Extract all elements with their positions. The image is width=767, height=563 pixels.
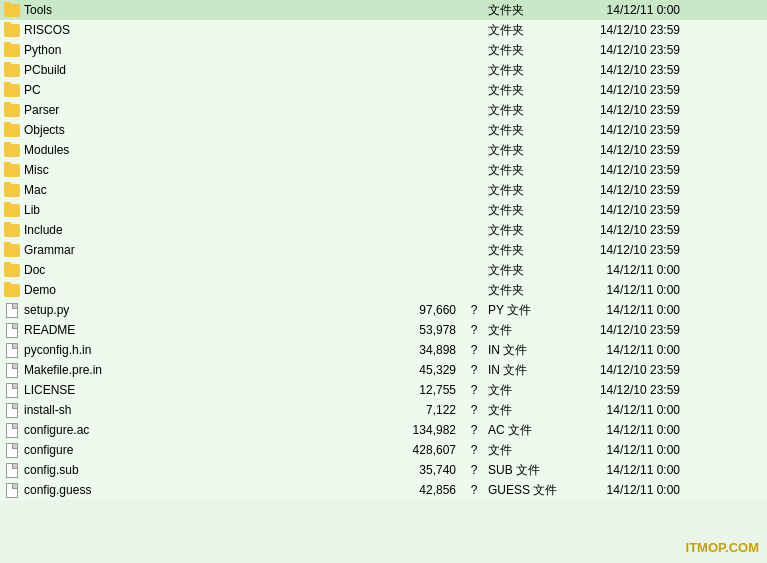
file-name-label: PCbuild <box>24 63 66 77</box>
folder-icon <box>4 22 20 38</box>
file-name-label: Python <box>24 43 61 57</box>
file-date: 14/12/11 0:00 <box>564 3 684 17</box>
file-name-label: Mac <box>24 183 47 197</box>
file-name-label: PC <box>24 83 41 97</box>
file-type: 文件夹 <box>484 282 564 299</box>
file-size: 12,755 <box>374 383 464 397</box>
file-date: 14/12/10 23:59 <box>564 23 684 37</box>
table-row[interactable]: Modules文件夹14/12/10 23:59 <box>0 140 767 160</box>
table-row[interactable]: Lib文件夹14/12/10 23:59 <box>0 200 767 220</box>
table-row[interactable]: Makefile.pre.in45,329?IN 文件14/12/10 23:5… <box>0 360 767 380</box>
table-row[interactable]: config.guess42,856?GUESS 文件14/12/11 0:00 <box>0 480 767 500</box>
file-date: 14/12/10 23:59 <box>564 63 684 77</box>
file-icon <box>4 462 20 478</box>
table-row[interactable]: configure428,607?文件14/12/11 0:00 <box>0 440 767 460</box>
folder-icon <box>4 142 20 158</box>
file-size: 428,607 <box>374 443 464 457</box>
file-size: 7,122 <box>374 403 464 417</box>
file-type: 文件夹 <box>484 242 564 259</box>
folder-icon <box>4 62 20 78</box>
file-name-label: config.guess <box>24 483 91 497</box>
table-row[interactable]: Include文件夹14/12/10 23:59 <box>0 220 767 240</box>
file-name-label: README <box>24 323 75 337</box>
file-date: 14/12/10 23:59 <box>564 243 684 257</box>
file-icon <box>4 382 20 398</box>
table-row[interactable]: pyconfig.h.in34,898?IN 文件14/12/11 0:00 <box>0 340 767 360</box>
file-icon <box>4 322 20 338</box>
table-row[interactable]: Doc文件夹14/12/11 0:00 <box>0 260 767 280</box>
table-row[interactable]: PC文件夹14/12/10 23:59 <box>0 80 767 100</box>
file-date: 14/12/11 0:00 <box>564 423 684 437</box>
file-date: 14/12/11 0:00 <box>564 403 684 417</box>
file-type: 文件夹 <box>484 262 564 279</box>
file-attr: ? <box>464 403 484 417</box>
table-row[interactable]: PCbuild文件夹14/12/10 23:59 <box>0 60 767 80</box>
file-date: 14/12/10 23:59 <box>564 143 684 157</box>
file-attr: ? <box>464 323 484 337</box>
file-name-label: Lib <box>24 203 40 217</box>
file-name-label: Tools <box>24 3 52 17</box>
file-name-label: RISCOS <box>24 23 70 37</box>
file-date: 14/12/10 23:59 <box>564 43 684 57</box>
table-row[interactable]: Misc文件夹14/12/10 23:59 <box>0 160 767 180</box>
table-row[interactable]: Tools文件夹14/12/11 0:00 <box>0 0 767 20</box>
folder-icon <box>4 82 20 98</box>
file-type: 文件夹 <box>484 182 564 199</box>
folder-icon <box>4 42 20 58</box>
file-icon <box>4 482 20 498</box>
table-row[interactable]: Grammar文件夹14/12/10 23:59 <box>0 240 767 260</box>
file-date: 14/12/10 23:59 <box>564 103 684 117</box>
folder-icon <box>4 242 20 258</box>
table-row[interactable]: RISCOS文件夹14/12/10 23:59 <box>0 20 767 40</box>
file-name-label: Parser <box>24 103 59 117</box>
file-size: 35,740 <box>374 463 464 477</box>
file-date: 14/12/10 23:59 <box>564 323 684 337</box>
file-type: PY 文件 <box>484 302 564 319</box>
file-attr: ? <box>464 303 484 317</box>
file-type: 文件 <box>484 382 564 399</box>
file-name-label: LICENSE <box>24 383 75 397</box>
file-type: IN 文件 <box>484 342 564 359</box>
file-icon <box>4 342 20 358</box>
file-name-label: Demo <box>24 283 56 297</box>
table-row[interactable]: Demo文件夹14/12/11 0:00 <box>0 280 767 300</box>
table-row[interactable]: install-sh7,122?文件14/12/11 0:00 <box>0 400 767 420</box>
file-type: 文件 <box>484 442 564 459</box>
table-row[interactable]: README53,978?文件14/12/10 23:59 <box>0 320 767 340</box>
folder-icon <box>4 162 20 178</box>
file-name-label: pyconfig.h.in <box>24 343 91 357</box>
table-row[interactable]: Objects文件夹14/12/10 23:59 <box>0 120 767 140</box>
file-size: 42,856 <box>374 483 464 497</box>
file-type: SUB 文件 <box>484 462 564 479</box>
file-type: 文件夹 <box>484 102 564 119</box>
file-type: IN 文件 <box>484 362 564 379</box>
file-icon <box>4 402 20 418</box>
file-type: 文件夹 <box>484 62 564 79</box>
folder-icon <box>4 102 20 118</box>
table-row[interactable]: Parser文件夹14/12/10 23:59 <box>0 100 767 120</box>
file-date: 14/12/10 23:59 <box>564 203 684 217</box>
table-row[interactable]: LICENSE12,755?文件14/12/10 23:59 <box>0 380 767 400</box>
table-row[interactable]: setup.py97,660?PY 文件14/12/11 0:00 <box>0 300 767 320</box>
file-name-label: install-sh <box>24 403 71 417</box>
file-size: 34,898 <box>374 343 464 357</box>
file-icon <box>4 422 20 438</box>
table-row[interactable]: configure.ac134,982?AC 文件14/12/11 0:00 <box>0 420 767 440</box>
table-row[interactable]: config.sub35,740?SUB 文件14/12/11 0:00 <box>0 460 767 480</box>
file-attr: ? <box>464 443 484 457</box>
file-type: 文件夹 <box>484 2 564 19</box>
file-date: 14/12/10 23:59 <box>564 383 684 397</box>
file-icon <box>4 362 20 378</box>
file-icon <box>4 442 20 458</box>
table-row[interactable]: Mac文件夹14/12/10 23:59 <box>0 180 767 200</box>
file-type: 文件夹 <box>484 122 564 139</box>
file-date: 14/12/11 0:00 <box>564 463 684 477</box>
file-attr: ? <box>464 463 484 477</box>
file-type: 文件 <box>484 402 564 419</box>
table-row[interactable]: Python文件夹14/12/10 23:59 <box>0 40 767 60</box>
file-size: 45,329 <box>374 363 464 377</box>
file-attr: ? <box>464 343 484 357</box>
file-type: 文件夹 <box>484 142 564 159</box>
file-name-label: config.sub <box>24 463 79 477</box>
file-date: 14/12/11 0:00 <box>564 283 684 297</box>
